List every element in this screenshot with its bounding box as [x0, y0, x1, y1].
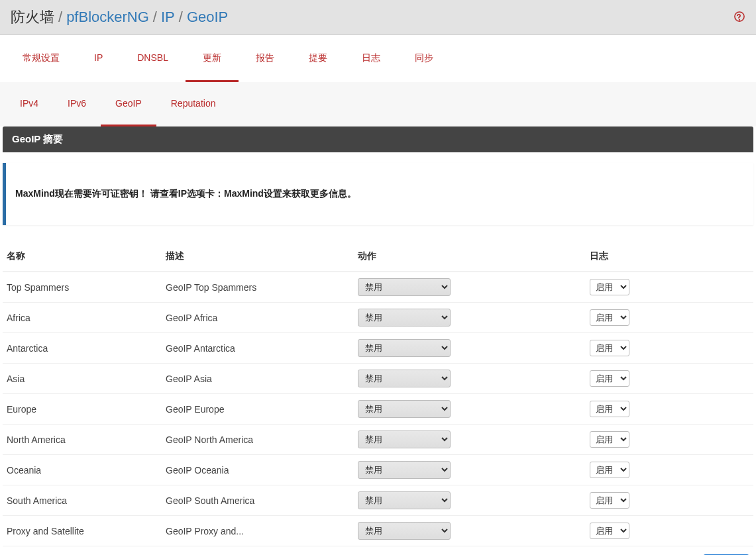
- log-select[interactable]: 启用: [590, 340, 629, 356]
- table-row: Proxy and SatelliteGeoIP Proxy and...禁用启…: [3, 516, 753, 546]
- cell-desc: GeoIP Antarctica: [162, 333, 354, 364]
- help-icon[interactable]: [733, 11, 745, 25]
- action-select[interactable]: 禁用: [358, 400, 451, 418]
- tab-同步[interactable]: 同步: [398, 35, 451, 82]
- cell-log: 启用: [586, 333, 753, 364]
- action-select[interactable]: 禁用: [358, 339, 451, 357]
- action-select[interactable]: 禁用: [358, 309, 451, 327]
- log-select[interactable]: 启用: [590, 401, 629, 417]
- cell-desc: GeoIP North America: [162, 425, 354, 455]
- tab-常规设置[interactable]: 常规设置: [5, 35, 77, 82]
- cell-name: Asia: [3, 364, 162, 394]
- breadcrumb-link-ip[interactable]: IP: [161, 9, 175, 26]
- cell-log: 启用: [586, 394, 753, 425]
- page-header: 防火墙 / pfBlockerNG / IP / GeoIP: [0, 0, 756, 35]
- cell-action: 禁用: [354, 364, 586, 394]
- log-select[interactable]: 启用: [590, 462, 629, 478]
- th-name: 名称: [3, 245, 162, 272]
- table-row: Top SpammersGeoIP Top Spammers禁用启用: [3, 272, 753, 303]
- cell-log: 启用: [586, 364, 753, 394]
- log-select[interactable]: 启用: [590, 309, 629, 326]
- cell-action: 禁用: [354, 333, 586, 364]
- subtab-reputation[interactable]: Reputation: [156, 82, 231, 126]
- cell-name: North America: [3, 425, 162, 455]
- alert-maxmind-key: MaxMind现在需要许可证密钥！ 请查看IP选项卡：MaxMind设置来获取更…: [3, 163, 753, 225]
- table-row: South AmericaGeoIP South America禁用启用: [3, 485, 753, 516]
- cell-log: 启用: [586, 485, 753, 516]
- cell-log: 启用: [586, 455, 753, 485]
- cell-name: Africa: [3, 303, 162, 333]
- sub-tabs: IPv4IPv6GeoIPReputation: [0, 82, 756, 126]
- geoip-table: 名称 描述 动作 日志 Top SpammersGeoIP Top Spamme…: [3, 245, 753, 546]
- cell-log: 启用: [586, 303, 753, 333]
- subtab-ipv4[interactable]: IPv4: [5, 82, 53, 126]
- breadcrumb-sep: /: [179, 9, 183, 26]
- main-tabs: 常规设置IPDNSBL更新报告提要日志同步: [0, 35, 756, 82]
- log-select[interactable]: 启用: [590, 431, 629, 448]
- cell-desc: GeoIP Top Spammers: [162, 272, 354, 303]
- cell-desc: GeoIP Asia: [162, 364, 354, 394]
- cell-desc: GeoIP Africa: [162, 303, 354, 333]
- table-row: AntarcticaGeoIP Antarctica禁用启用: [3, 333, 753, 364]
- action-select[interactable]: 禁用: [358, 370, 451, 387]
- breadcrumb-root[interactable]: 防火墙: [11, 7, 54, 27]
- th-desc: 描述: [162, 245, 354, 272]
- table-row: AsiaGeoIP Asia禁用启用: [3, 364, 753, 394]
- cell-desc: GeoIP Europe: [162, 394, 354, 425]
- tab-日志[interactable]: 日志: [345, 35, 398, 82]
- cell-name: Proxy and Satellite: [3, 516, 162, 546]
- breadcrumb-link-pfblockerng[interactable]: pfBlockerNG: [66, 9, 149, 26]
- tab-提要[interactable]: 提要: [292, 35, 345, 82]
- action-bar: 保存: [0, 546, 756, 555]
- cell-action: 禁用: [354, 455, 586, 485]
- table-row: OceaniaGeoIP Oceania禁用启用: [3, 455, 753, 485]
- cell-action: 禁用: [354, 425, 586, 455]
- cell-log: 启用: [586, 425, 753, 455]
- table-row: EuropeGeoIP Europe禁用启用: [3, 394, 753, 425]
- cell-desc: GeoIP Oceania: [162, 455, 354, 485]
- cell-name: South America: [3, 485, 162, 516]
- cell-desc: GeoIP Proxy and...: [162, 516, 354, 546]
- cell-desc: GeoIP South America: [162, 485, 354, 516]
- breadcrumb: 防火墙 / pfBlockerNG / IP / GeoIP: [11, 7, 228, 27]
- cell-log: 启用: [586, 516, 753, 546]
- tab-更新[interactable]: 更新: [186, 35, 239, 82]
- cell-action: 禁用: [354, 303, 586, 333]
- cell-action: 禁用: [354, 485, 586, 516]
- log-select[interactable]: 启用: [590, 370, 629, 387]
- cell-action: 禁用: [354, 516, 586, 546]
- action-select[interactable]: 禁用: [358, 278, 451, 296]
- th-action: 动作: [354, 245, 586, 272]
- log-select[interactable]: 启用: [590, 279, 629, 295]
- cell-log: 启用: [586, 272, 753, 303]
- cell-action: 禁用: [354, 394, 586, 425]
- tab-报告[interactable]: 报告: [239, 35, 292, 82]
- cell-name: Top Spammers: [3, 272, 162, 303]
- action-select[interactable]: 禁用: [358, 430, 451, 448]
- cell-name: Antarctica: [3, 333, 162, 364]
- cell-name: Europe: [3, 394, 162, 425]
- tab-IP[interactable]: IP: [77, 35, 120, 82]
- table-row: North AmericaGeoIP North America禁用启用: [3, 425, 753, 455]
- action-select[interactable]: 禁用: [358, 522, 451, 540]
- subtab-ipv6[interactable]: IPv6: [53, 82, 101, 126]
- log-select[interactable]: 启用: [590, 492, 629, 509]
- table-row: AfricaGeoIP Africa禁用启用: [3, 303, 753, 333]
- panel-heading: GeoIP 摘要: [3, 126, 753, 152]
- subtab-geoip[interactable]: GeoIP: [101, 82, 156, 126]
- cell-action: 禁用: [354, 272, 586, 303]
- cell-name: Oceania: [3, 455, 162, 485]
- log-select[interactable]: 启用: [590, 523, 629, 539]
- breadcrumb-sep: /: [153, 9, 157, 26]
- breadcrumb-link-geoip[interactable]: GeoIP: [187, 9, 228, 26]
- panel-body: MaxMind现在需要许可证密钥！ 请查看IP选项卡：MaxMind设置来获取更…: [3, 163, 753, 546]
- action-select[interactable]: 禁用: [358, 491, 451, 509]
- breadcrumb-sep: /: [58, 9, 62, 26]
- action-select[interactable]: 禁用: [358, 461, 451, 479]
- tab-DNSBL[interactable]: DNSBL: [120, 35, 186, 82]
- th-log: 日志: [586, 245, 753, 272]
